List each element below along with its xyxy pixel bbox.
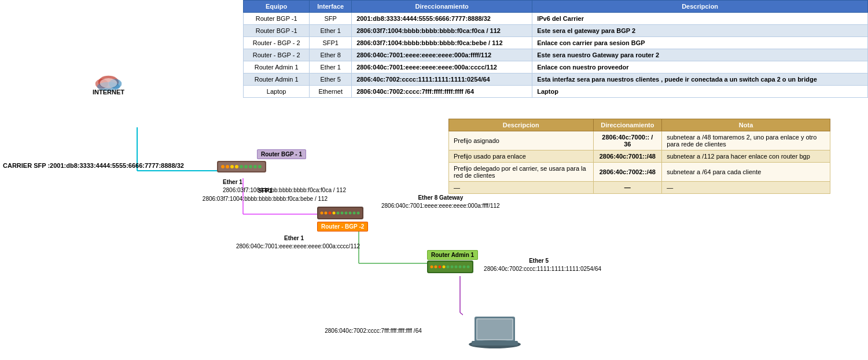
internet-cloud: INTERNET — [93, 75, 124, 95]
internet-label: INTERNET — [93, 89, 124, 95]
svg-point-19 — [240, 165, 243, 168]
bottom-table-cell-r1-c1: 2806:40c:7001::/48 — [593, 150, 662, 163]
router-bgp2-label: Router - BGP -2 — [317, 222, 368, 232]
bottom-table-cell-r0-c1: 2806:40c:7000:: / 36 — [593, 131, 662, 150]
bottom-table-cell-r2-c0: Prefijo delegado por el carrier, se usar… — [449, 163, 594, 182]
top-table-cell-r5-c3: Esta interfaz sera para nuestros cliente… — [532, 74, 868, 86]
diagram: INTERNET CARRIER SFP :2001:db8:3333:4444… — [0, 0, 463, 360]
svg-point-26 — [321, 212, 323, 215]
svg-point-15 — [221, 165, 225, 168]
svg-point-18 — [235, 165, 238, 168]
svg-point-35 — [357, 212, 360, 215]
router-bgp2-ether1-label: Ether 1 2806:040c:7001:eeee:eeee:eeee:00… — [236, 234, 352, 251]
laptop-addr-label: 2806:040c:7002:cccc:7fff:ffff:ffff:ffff … — [284, 327, 463, 335]
col-header-desc: Descripcion — [449, 119, 594, 131]
top-table-cell-r1-c3: Este sera el gateway para BGP 2 — [532, 25, 868, 37]
bottom-table-cell-r1-c2: subnetear a /112 para hacer enlace con r… — [662, 150, 830, 163]
svg-point-41 — [443, 266, 446, 269]
svg-point-47 — [467, 266, 470, 269]
svg-point-30 — [337, 212, 340, 215]
svg-point-12 — [100, 78, 117, 88]
router-admin1-icon — [427, 259, 473, 274]
laptop-node: 2806:040c:7002:cccc:7fff:ffff:ffff:ffff … — [469, 315, 521, 351]
svg-point-43 — [451, 266, 454, 269]
bottom-table-cell-r2-c1: 2806:40c:7002::/48 — [593, 163, 662, 182]
router-bgp2-node: SFP1 2806:03f7:1004:bbbb:bbbb:bbbb:f0ca:… — [317, 205, 368, 230]
col-header-descripcion: Descripcion — [532, 1, 868, 13]
bottom-table-cell-r0-c2: subnetear a /48 tomaremos 2, uno para en… — [662, 131, 830, 150]
svg-point-20 — [244, 165, 248, 168]
col-header-nota: Nota — [662, 119, 830, 131]
svg-point-38 — [431, 266, 433, 269]
svg-point-40 — [439, 266, 442, 269]
svg-rect-50 — [477, 319, 512, 339]
router-bgp2-ether8-label: Ether 8 Gateway 2806:040c:7001:eeee:eeee… — [368, 194, 513, 210]
router-bgp2-icon — [317, 205, 363, 221]
bottom-table-cell-r0-c0: Prefijo asignado — [449, 131, 594, 150]
svg-point-21 — [249, 165, 252, 168]
top-table-cell-r3-c3: Este sera nuestro Gateway para router 2 — [532, 49, 868, 61]
svg-point-46 — [463, 266, 466, 269]
bottom-table-cell-r1-c0: Prefijo usado para enlace — [449, 150, 594, 163]
svg-point-32 — [345, 212, 348, 215]
router-bgp2-sfp1-label: SFP1 2806:03f7:1004:bbbb:bbbb:bbbb:f0ca:… — [201, 187, 329, 203]
svg-point-44 — [455, 266, 458, 269]
top-table-cell-r2-c3: Enlace con carrier para sesion BGP — [532, 37, 868, 49]
svg-point-33 — [349, 212, 352, 215]
router-admin1-node: Router Admin 1 Ether 5 2806:40c:7002:ccc… — [427, 251, 478, 275]
bottom-table-cell-r2-c2: subnetear a /64 para cada cliente — [662, 163, 830, 182]
svg-point-31 — [341, 212, 344, 215]
laptop-icon — [469, 315, 521, 350]
svg-point-42 — [447, 266, 450, 269]
svg-point-34 — [353, 212, 356, 215]
svg-point-39 — [435, 266, 437, 269]
svg-point-23 — [258, 165, 262, 168]
svg-point-28 — [329, 212, 332, 215]
router-bgp1-label: Router BGP - 1 — [257, 149, 306, 159]
svg-point-29 — [333, 212, 336, 215]
router-bgp1-icon — [217, 159, 266, 175]
top-table-cell-r0-c3: IPv6 del Carrier — [532, 13, 868, 25]
svg-point-45 — [459, 266, 462, 269]
router-admin1-ether5-label: Ether 5 2806:40c:7002:cccc:1111:1111:111… — [484, 257, 594, 273]
svg-point-27 — [325, 212, 328, 215]
top-table-cell-r6-c3: Laptop — [532, 86, 868, 98]
svg-point-22 — [253, 165, 257, 168]
svg-rect-52 — [472, 341, 518, 346]
svg-point-16 — [226, 165, 229, 168]
router-admin1-label: Router Admin 1 — [427, 250, 478, 260]
bottom-table-cell-r3-c0: — — [449, 182, 594, 194]
bottom-table-cell-r3-c2: — — [662, 182, 830, 194]
bottom-table: Descripcion Direccionamiento Nota Prefij… — [448, 119, 830, 194]
col-header-dir: Direccionamiento — [593, 119, 662, 131]
bottom-table-cell-r3-c1: — — [593, 182, 662, 194]
carrier-text: CARRIER SFP :2001:db8:3333:4444:5555:666… — [3, 161, 184, 171]
bottom-table-wrapper: Descripcion Direccionamiento Nota Prefij… — [448, 119, 830, 194]
svg-point-17 — [230, 165, 234, 168]
carrier-label: CARRIER SFP :2001:db8:3333:4444:5555:666… — [3, 161, 184, 171]
top-table-cell-r4-c3: Enlace con nuestro proveedor — [532, 61, 868, 74]
